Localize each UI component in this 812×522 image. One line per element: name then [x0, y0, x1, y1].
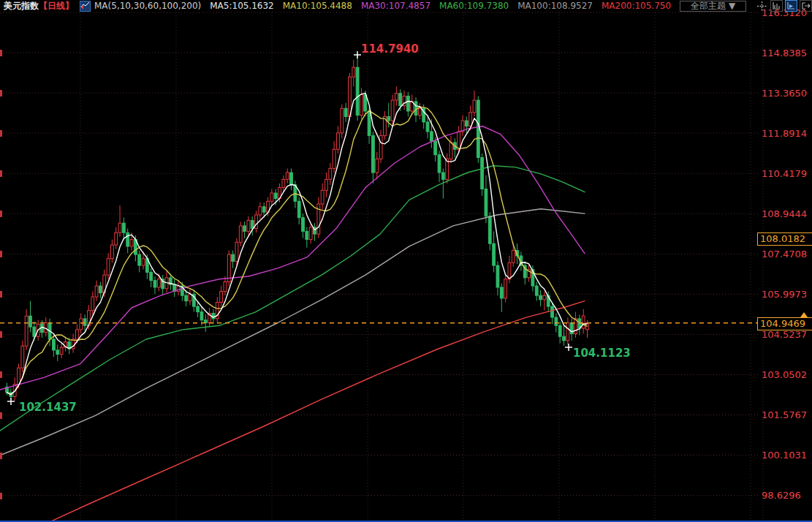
candle-body — [33, 327, 36, 336]
candle-body — [60, 347, 63, 354]
candle-body — [118, 223, 121, 232]
left-axis-tick — [0, 211, 2, 217]
candle-body — [406, 96, 409, 111]
ma-value-list: MA5:105.1632MA10:105.4488MA30:107.4857MA… — [210, 1, 680, 11]
axis-chart-icon[interactable] — [770, 0, 783, 12]
ma200-line — [46, 301, 585, 522]
candle-body — [25, 316, 28, 346]
ma-value-label: MA60:109.7380 — [439, 1, 509, 11]
candle-body — [352, 67, 355, 77]
candle-body — [99, 286, 102, 292]
candle-body — [243, 226, 246, 231]
candle-body — [259, 207, 262, 215]
left-axis-tick — [0, 251, 2, 257]
candle-body — [477, 100, 479, 157]
candle-body — [555, 317, 558, 325]
left-axis-tick — [0, 453, 2, 459]
scroll-latest-arrow-icon[interactable] — [800, 312, 808, 317]
candle-body — [387, 116, 390, 121]
left-axis-tick — [0, 90, 2, 97]
candle-body — [372, 136, 375, 173]
candle-body — [558, 325, 561, 336]
axis-price-label: 111.8914 — [762, 128, 811, 139]
candle-body — [329, 168, 332, 179]
candle-body — [212, 313, 215, 318]
candle-body — [337, 133, 340, 149]
ma-value-label: MA10:105.4488 — [283, 1, 352, 11]
candle-body — [232, 254, 235, 261]
candle-body — [551, 306, 554, 317]
candle-body — [220, 292, 223, 303]
all-themes-button[interactable]: 全部主题 ▼ — [680, 1, 746, 12]
candle-body — [360, 95, 363, 116]
ma100-line — [0, 209, 585, 455]
left-axis-tick — [0, 130, 2, 137]
candle-body — [512, 251, 515, 263]
candle-body — [488, 216, 491, 243]
left-axis-tick — [0, 50, 2, 56]
candle-body — [95, 286, 98, 297]
candle-body — [286, 173, 289, 179]
candle-body — [126, 232, 129, 246]
candle-body — [496, 265, 499, 287]
candle-body — [107, 259, 110, 275]
left-axis-tick — [0, 493, 2, 499]
axis-price-label: 104.5237 — [762, 329, 811, 340]
chart-header: 美元指数 【日线】 MA(5,10,30,60,100,200) MA5:105… — [0, 0, 812, 12]
ma-value-label: MA100:108.9527 — [517, 1, 593, 11]
axis-price-label: 103.0502 — [762, 369, 811, 380]
candle-body — [18, 368, 20, 384]
candle-body — [115, 232, 118, 245]
axis-price-label: 110.4179 — [762, 168, 811, 179]
candle-body — [297, 201, 300, 217]
candle-body — [395, 94, 398, 100]
candle-body — [255, 215, 258, 229]
candle-body — [344, 108, 347, 116]
active-chart-icon[interactable] — [785, 0, 797, 12]
candle-body — [282, 179, 285, 187]
candlestick-chart[interactable]: 114.7940102.1437104.1123 — [0, 0, 812, 522]
candle-body — [349, 77, 352, 116]
axis-price-label: 113.3650 — [762, 88, 811, 99]
candle-body — [430, 132, 433, 141]
candle-body — [341, 108, 344, 133]
left-axis-tick — [0, 331, 2, 338]
current-price-box: 104.9469 — [757, 317, 812, 330]
ma-value-label: MA200:105.750 — [602, 1, 671, 11]
exit-pane-icon[interactable] — [800, 0, 812, 12]
candle-body — [504, 279, 507, 298]
candle-body — [441, 173, 444, 179]
candle-body — [262, 207, 265, 212]
candle-body — [251, 220, 254, 228]
candle-body — [500, 287, 503, 298]
candle-body — [535, 286, 538, 295]
candle-body — [449, 143, 452, 159]
candle-body — [157, 279, 160, 287]
candle-body — [356, 67, 359, 115]
candle-body — [270, 193, 273, 201]
candle-body — [200, 312, 203, 320]
left-axis-tick — [0, 371, 2, 378]
candle-body — [197, 306, 200, 311]
axis-price-label: 107.4708 — [762, 249, 811, 260]
candle-body — [21, 346, 24, 368]
candle-body — [368, 111, 371, 136]
candle-body — [582, 316, 585, 328]
ma-value-label: MA5:105.1632 — [210, 1, 274, 11]
candle-body — [376, 159, 379, 173]
ma-value-label: MA30:107.4857 — [361, 1, 430, 11]
symbol-title: 美元指数 — [4, 0, 39, 12]
candle-body — [150, 272, 153, 280]
candle-body — [391, 100, 394, 121]
candle-body — [473, 100, 476, 113]
candle-body — [274, 193, 277, 198]
left-axis-tick — [0, 412, 2, 419]
ma-signature: MA(5,10,30,60,100,200) — [94, 1, 201, 11]
ma60-line — [0, 166, 585, 431]
candle-body — [418, 108, 421, 115]
candle-body — [53, 339, 56, 350]
crosshair-move-icon[interactable] — [756, 0, 768, 12]
candle-body — [224, 281, 227, 291]
left-axis-tick — [0, 291, 2, 298]
candle-body — [290, 173, 293, 185]
